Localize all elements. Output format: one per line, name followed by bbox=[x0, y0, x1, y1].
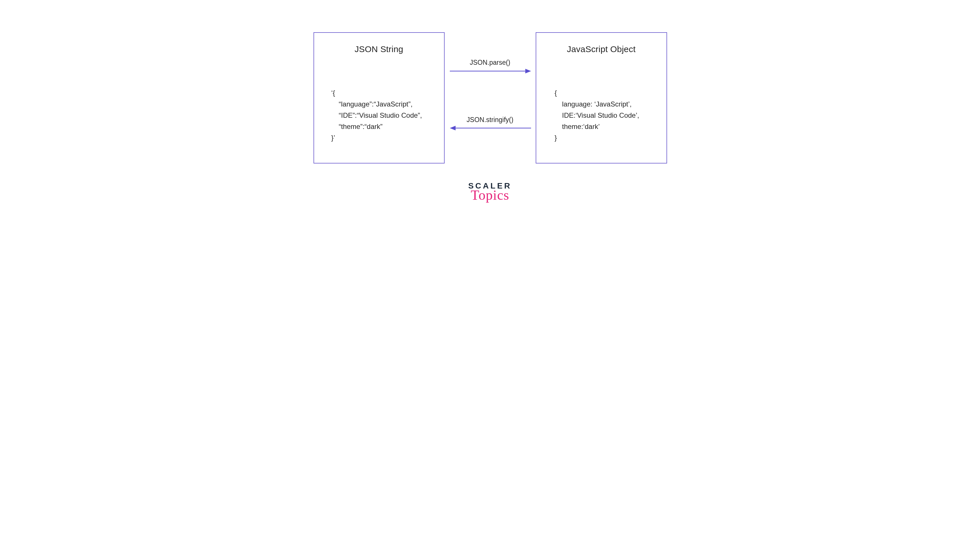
code-line: ‘{ bbox=[331, 89, 335, 97]
code-line: } bbox=[555, 134, 557, 142]
javascript-object-title: JavaScript Object bbox=[536, 44, 667, 54]
scaler-topics-logo: SCALER Topics bbox=[468, 182, 512, 202]
code-line: { bbox=[555, 89, 557, 97]
svg-marker-1 bbox=[525, 69, 531, 73]
code-line: IDE:‘Visual Studio Code’, bbox=[555, 110, 661, 121]
javascript-object-code: { language: ‘JavaScript’, IDE:‘Visual St… bbox=[555, 87, 661, 143]
code-line: “theme”:“dark” bbox=[331, 121, 438, 132]
javascript-object-box: JavaScript Object { language: ‘JavaScrip… bbox=[536, 32, 667, 163]
arrow-left-icon bbox=[450, 125, 531, 131]
svg-marker-3 bbox=[450, 126, 455, 130]
code-line: “language”:“JavaScript”, bbox=[331, 99, 438, 110]
logo-sub-text: Topics bbox=[468, 188, 512, 202]
json-string-code: ‘{ “language”:“JavaScript”, “IDE”:“Visua… bbox=[331, 87, 438, 143]
diagram-canvas: JSON String ‘{ “language”:“JavaScript”, … bbox=[280, 0, 700, 235]
json-parse-label: JSON.parse() bbox=[450, 59, 530, 67]
code-line: language: ‘JavaScript’, bbox=[555, 99, 661, 110]
json-string-box: JSON String ‘{ “language”:“JavaScript”, … bbox=[313, 32, 445, 163]
json-string-title: JSON String bbox=[314, 44, 444, 54]
code-line: }’ bbox=[331, 134, 335, 142]
arrow-right-icon bbox=[450, 68, 531, 74]
code-line: “IDE”:“Visual Studio Code”, bbox=[331, 110, 438, 121]
code-line: theme:‘dark’ bbox=[555, 121, 661, 132]
json-stringify-label: JSON.stringify() bbox=[450, 116, 530, 124]
